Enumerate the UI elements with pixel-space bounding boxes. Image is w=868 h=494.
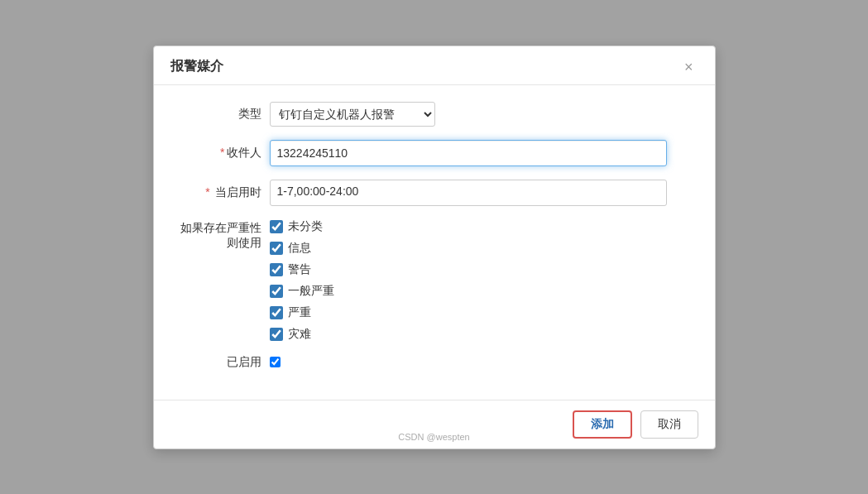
close-button[interactable]: × — [679, 58, 698, 76]
severity-label-disaster: 灾难 — [288, 327, 311, 342]
severity-checkbox-warning[interactable] — [270, 263, 283, 276]
dialog-header: 报警媒介 × — [154, 46, 715, 85]
dialog-title: 报警媒介 — [170, 58, 223, 75]
severity-checkbox-unclassified[interactable] — [270, 220, 283, 233]
active-time-row: * 当启用时 1-7,00:00-24:00 — [170, 180, 690, 206]
severity-label-unclassified: 未分类 — [288, 219, 323, 234]
severity-checkbox-disaster[interactable] — [270, 328, 283, 341]
enabled-label: 已启用 — [170, 355, 270, 370]
dialog-body: 类型 钉钉自定义机器人报警 *收件人 * 当启用时 1-7,00:00-24:0… — [154, 85, 715, 400]
enabled-row: 已启用 — [170, 355, 690, 370]
required-star: * — [220, 146, 224, 159]
active-time-label: * 当启用时 — [170, 185, 270, 200]
type-label: 类型 — [170, 107, 270, 122]
type-select[interactable]: 钉钉自定义机器人报警 — [270, 102, 435, 127]
severity-label: 如果存在严重性则使用 — [170, 219, 270, 251]
severity-checkbox-high[interactable] — [270, 306, 283, 319]
dialog: 报警媒介 × 类型 钉钉自定义机器人报警 *收件人 * 当启用时 1-7 — [153, 46, 716, 449]
severity-checkbox-group: 未分类信息警告一般严重严重灾难 — [270, 219, 334, 342]
dialog-overlay: 报警媒介 × 类型 钉钉自定义机器人报警 *收件人 * 当启用时 1-7 — [0, 0, 868, 494]
recipient-label: *收件人 — [170, 146, 270, 161]
active-time-value: 1-7,00:00-24:00 — [270, 180, 667, 206]
active-time-required-star: * — [205, 185, 209, 199]
severity-item-average: 一般严重 — [270, 284, 334, 299]
severity-label-warning: 警告 — [288, 262, 311, 277]
recipient-input[interactable] — [270, 140, 667, 166]
severity-item-high: 严重 — [270, 305, 334, 320]
severity-item-unclassified: 未分类 — [270, 219, 334, 234]
severity-item-warning: 警告 — [270, 262, 334, 277]
add-button[interactable]: 添加 — [573, 410, 632, 439]
severity-checkbox-average[interactable] — [270, 285, 283, 298]
severity-label-information: 信息 — [288, 241, 311, 256]
severity-row: 如果存在严重性则使用 未分类信息警告一般严重严重灾难 — [170, 219, 690, 342]
enabled-checkbox[interactable] — [270, 357, 281, 367]
recipient-row: *收件人 — [170, 140, 690, 166]
cancel-button[interactable]: 取消 — [640, 410, 698, 439]
severity-label-high: 严重 — [288, 305, 311, 320]
type-row: 类型 钉钉自定义机器人报警 — [170, 102, 690, 127]
severity-item-disaster: 灾难 — [270, 327, 334, 342]
watermark: CSDN @wespten — [398, 432, 469, 442]
severity-label-average: 一般严重 — [288, 284, 334, 299]
severity-item-information: 信息 — [270, 241, 334, 256]
severity-checkbox-information[interactable] — [270, 242, 283, 255]
